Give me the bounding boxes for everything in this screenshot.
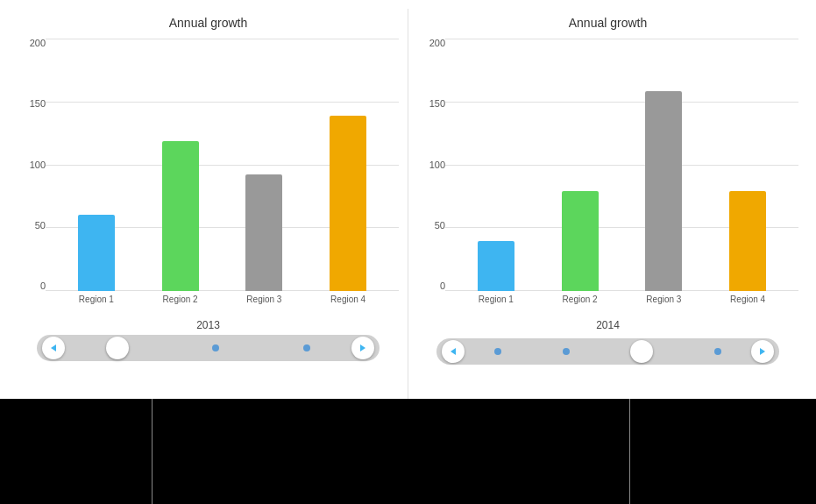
- chart-2-plot: Region 1 Region 2 Region 3 Region 4: [445, 35, 798, 316]
- chart-1-inner: 200 150 100 50 0: [18, 35, 399, 316]
- slider-1-dot-1[interactable]: [212, 344, 219, 351]
- slider-1-left-btn[interactable]: [42, 337, 65, 359]
- slider-1-thumb[interactable]: [106, 337, 129, 359]
- chart-2-y-axis: 200 150 100 50 0: [417, 35, 445, 316]
- x-label-r3-c2: Region 3: [622, 295, 706, 304]
- slider-2-thumb[interactable]: [630, 340, 653, 363]
- x-label-r1-c2: Region 1: [454, 295, 538, 304]
- bar-group-r4-c1: [306, 116, 390, 291]
- bar-group-r4-c2: [706, 191, 790, 291]
- svg-marker-1: [360, 344, 365, 351]
- chart-2-inner: 200 150 100 50 0: [417, 35, 798, 316]
- y-label-100-2: 100: [429, 160, 445, 170]
- chart-1-plot: Region 1 Region 2 Region 3 Region 4: [46, 35, 399, 316]
- x-label-r3-c1: Region 3: [223, 295, 307, 304]
- ann-container-1: [0, 399, 408, 504]
- chart-2-title: Annual growth: [569, 16, 648, 30]
- svg-marker-2: [451, 348, 456, 355]
- bar-r3-c2: [645, 91, 682, 291]
- charts-area: Annual growth 200 150 100 50 0: [0, 0, 816, 399]
- bar-r1-c2: [478, 241, 514, 291]
- slider-2-right-btn[interactable]: [751, 340, 774, 363]
- bar-r2-c1: [162, 141, 199, 291]
- bar-group-r3-c1: [223, 174, 307, 291]
- bar-r4-c1: [330, 116, 366, 291]
- bar-group-r1-c2: [454, 241, 538, 291]
- slider-1-right-btn[interactable]: [351, 337, 374, 359]
- chart-1-title: Annual growth: [169, 16, 248, 30]
- slider-1-dot-2[interactable]: [303, 344, 310, 351]
- bar-r4-c2: [729, 191, 766, 291]
- ann-line-2: [629, 399, 630, 504]
- y-label-50-2: 50: [435, 221, 445, 231]
- slider-1-dots: [65, 337, 352, 359]
- y-label-200-1: 200: [30, 39, 46, 48]
- ann-line-1: [152, 399, 153, 504]
- svg-marker-3: [760, 348, 765, 355]
- y-label-50-1: 50: [35, 221, 46, 231]
- chart-1-year: 2013: [196, 319, 220, 331]
- ann-container-2: [408, 399, 817, 504]
- chart-1-container: Annual growth 200 150 100 50 0: [9, 9, 408, 399]
- bottom-area: [0, 399, 816, 504]
- svg-marker-0: [51, 344, 56, 351]
- slider-2-dots: [465, 340, 752, 363]
- slider-2-dot-1[interactable]: [494, 348, 501, 355]
- x-label-r1-c1: Region 1: [54, 295, 138, 304]
- bar-group-r2-c1: [138, 141, 223, 291]
- x-label-r2-c2: Region 2: [538, 295, 622, 304]
- chart-2-year: 2014: [596, 319, 620, 331]
- bar-group-r1-c1: [54, 215, 138, 291]
- chart-1-y-axis: 200 150 100 50 0: [18, 35, 46, 316]
- bar-group-r3-c2: [622, 91, 706, 291]
- x-label-r4-c2: Region 4: [706, 295, 790, 304]
- slider-2-left-btn[interactable]: [442, 340, 465, 363]
- chart-1-bars: [46, 39, 399, 291]
- y-label-200-2: 200: [429, 39, 445, 48]
- x-label-r2-c1: Region 2: [138, 295, 223, 304]
- y-label-150-2: 150: [429, 99, 445, 109]
- slider-2-dot-2[interactable]: [563, 348, 570, 355]
- bar-r2-c2: [562, 191, 599, 291]
- chart-2-x-labels: Region 1 Region 2 Region 3 Region 4: [445, 291, 798, 316]
- chart-2-bars: [445, 39, 798, 291]
- slider-1-track: [37, 335, 380, 361]
- chart-1-x-labels: Region 1 Region 2 Region 3 Region 4: [46, 291, 399, 316]
- slider-2-track: [436, 338, 780, 365]
- slider-2-dot-3[interactable]: [714, 348, 721, 355]
- bar-group-r2-c2: [538, 191, 622, 291]
- bar-r1-c1: [78, 215, 115, 291]
- y-label-100-1: 100: [30, 160, 46, 170]
- y-label-150-1: 150: [30, 99, 46, 109]
- chart-2-container: Annual growth 200 150 100 50 0: [408, 9, 807, 399]
- bar-r3-c1: [245, 174, 282, 291]
- x-label-r4-c1: Region 4: [306, 295, 390, 304]
